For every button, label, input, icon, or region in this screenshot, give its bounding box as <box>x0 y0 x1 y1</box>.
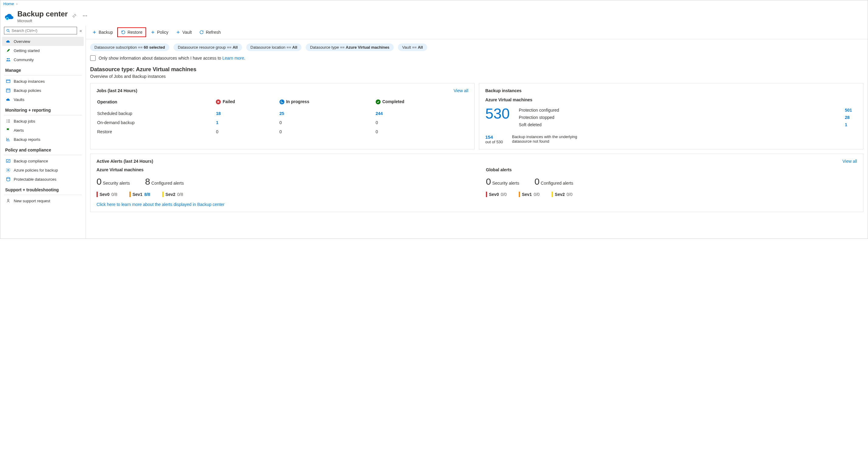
refresh-button[interactable]: Refresh <box>196 28 224 36</box>
sev-item[interactable]: Sev18/8 <box>129 192 150 197</box>
sidebar-item-label: Backup compliance <box>14 159 48 163</box>
filter-vault[interactable]: Vault == All <box>398 43 427 51</box>
backup-button-label: Backup <box>99 30 113 35</box>
sidebar-item-vaults[interactable]: Vaults <box>2 95 84 104</box>
learn-more-link[interactable]: Learn more <box>222 56 244 61</box>
filter-resource-group[interactable]: Datasource resource group == All <box>174 43 242 51</box>
filter-location[interactable]: Datasource location == All <box>246 43 302 51</box>
policy-button-label: Policy <box>157 30 168 35</box>
jobs-cell: 0 <box>216 127 279 136</box>
sidebar-section-policy-and-compliance: Policy and compliance <box>2 144 84 154</box>
svg-rect-8 <box>6 80 10 83</box>
jobs-col-completed: Completed <box>376 97 468 108</box>
sidebar-item-label: Community <box>14 58 34 62</box>
sidebar-item-label: Backup policies <box>14 88 41 93</box>
sidebar-item-label: Vaults <box>14 97 24 102</box>
alerts-view-all-link[interactable]: View all <box>842 159 857 164</box>
sidebar-item-new-support-request[interactable]: New support request <box>2 196 84 205</box>
sidebar-item-getting-started[interactable]: Getting started <box>2 46 84 55</box>
breadcrumb-home[interactable]: Home <box>3 2 14 6</box>
search-icon <box>6 29 10 33</box>
jobs-cell: 0 <box>279 127 375 136</box>
pin-icon[interactable] <box>71 12 78 21</box>
filter-datasource-type[interactable]: Datasource type == Azure Virtual machine… <box>306 43 394 51</box>
search-input[interactable] <box>11 28 75 33</box>
search-input-wrapper[interactable] <box>4 27 77 34</box>
jobs-cell[interactable]: 25 <box>279 109 375 118</box>
calendar-icon <box>6 88 11 93</box>
sidebar-section-support-troubleshooting: Support + troubleshooting <box>2 184 84 194</box>
jobs-col-inprogress: In progress <box>279 97 375 108</box>
filter-row: Datasource subscription == 60 selected D… <box>86 39 868 55</box>
sidebar-item-overview[interactable]: Overview <box>2 37 84 46</box>
jobs-row: On-demand backup100 <box>97 118 468 127</box>
sidebar-item-label: Backup reports <box>14 137 40 142</box>
instances-notfound-count[interactable]: 154 <box>485 134 503 140</box>
instances-stat-value[interactable]: 501 <box>845 108 857 112</box>
security-alerts-count[interactable]: 0Security alerts <box>96 176 130 187</box>
support-icon <box>6 198 11 203</box>
access-checkbox[interactable] <box>90 55 96 61</box>
toolbar: Backup Restore Policy Vault Refresh <box>86 26 868 39</box>
sidebar-item-backup-instances[interactable]: Backup instances <box>2 77 84 86</box>
flag-icon <box>6 128 11 133</box>
sidebar-item-label: Azure policies for backup <box>14 168 58 172</box>
sidebar-item-backup-jobs[interactable]: Backup jobs <box>2 117 84 126</box>
breadcrumb-separator: › <box>16 2 18 6</box>
jobs-cell[interactable]: 18 <box>216 109 279 118</box>
sev-item: Sev00/8 <box>96 192 117 197</box>
page-subtitle: Microsoft <box>18 19 68 23</box>
sidebar: « OverviewGetting startedCommunity Manag… <box>0 26 86 238</box>
sidebar-item-alerts[interactable]: Alerts <box>2 126 84 135</box>
jobs-col-operation: Operation <box>97 97 215 108</box>
sidebar-item-backup-policies[interactable]: Backup policies <box>2 86 84 95</box>
alerts-card-title: Active Alerts (last 24 Hours) <box>96 159 153 164</box>
sev-bar-icon <box>129 192 131 197</box>
jobs-cell[interactable]: 1 <box>216 118 279 127</box>
people-icon <box>6 57 11 62</box>
sidebar-item-label: Getting started <box>14 48 39 53</box>
instances-stat-value[interactable]: 28 <box>845 115 857 120</box>
datasource-section-title: Datasource type: Azure Virtual machines <box>86 63 868 74</box>
security-alerts-count[interactable]: 0Security alerts <box>486 176 519 187</box>
datasource-section-subtitle: Overview of Jobs and Backup instances <box>86 74 868 83</box>
instances-stat-label: Soft deleted <box>519 122 541 127</box>
sidebar-item-backup-compliance[interactable]: Backup compliance <box>2 156 84 165</box>
collapse-sidebar-icon[interactable]: « <box>80 28 82 33</box>
sidebar-item-label: Backup jobs <box>14 119 35 124</box>
sidebar-section-monitoring-reporting: Monitoring + reporting <box>2 104 84 115</box>
sidebar-item-backup-reports[interactable]: Backup reports <box>2 135 84 144</box>
alerts-col-title: Global alerts <box>486 167 857 172</box>
sev-bar-icon <box>96 192 98 197</box>
instances-notfound-text: Backup instances with the underlying dat… <box>512 134 597 143</box>
filter-subscription[interactable]: Datasource subscription == 60 selected <box>90 43 169 51</box>
instances-stat-value[interactable]: 1 <box>845 122 857 127</box>
failed-icon <box>216 99 221 104</box>
configured-alerts-count[interactable]: 0Configured alerts <box>534 176 573 187</box>
instances-stat-label: Protection stopped <box>519 115 554 120</box>
jobs-card: Jobs (last 24 Hours) View all Operation … <box>90 83 475 150</box>
backup-instances-card: Backup instances Azure Virtual machines … <box>479 83 863 150</box>
instances-card-title: Backup instances <box>485 88 857 93</box>
page-header: Backup center Microsoft <box>0 7 868 26</box>
sidebar-item-protectable-datasources[interactable]: Protectable datasources <box>2 174 84 184</box>
sidebar-item-azure-policies-for-backup[interactable]: Azure policies for backup <box>2 165 84 174</box>
jobs-col-failed: Failed <box>216 97 279 108</box>
window-icon <box>6 79 11 84</box>
sidebar-item-label: Protectable datasources <box>14 177 56 182</box>
restore-button[interactable]: Restore <box>117 27 146 37</box>
instances-total[interactable]: 530 <box>485 106 510 121</box>
main-content: Backup Restore Policy Vault Refresh <box>86 26 868 238</box>
jobs-op: Scheduled backup <box>97 109 215 118</box>
access-checkbox-label: Only show information about datasources … <box>99 56 245 61</box>
configured-alerts-count[interactable]: 8Configured alerts <box>145 176 184 187</box>
jobs-cell[interactable]: 244 <box>376 109 468 118</box>
policy-button[interactable]: Policy <box>147 28 172 36</box>
alerts-learn-more-link[interactable]: Click here to learn more about the alert… <box>96 202 224 207</box>
backup-button[interactable]: Backup <box>89 28 116 36</box>
sidebar-item-community[interactable]: Community <box>2 55 84 64</box>
severity-row: Sev00/0Sev10/0Sev20/0 <box>486 192 857 197</box>
jobs-view-all-link[interactable]: View all <box>454 88 468 93</box>
more-icon[interactable] <box>81 12 89 21</box>
vault-button[interactable]: Vault <box>173 28 195 36</box>
